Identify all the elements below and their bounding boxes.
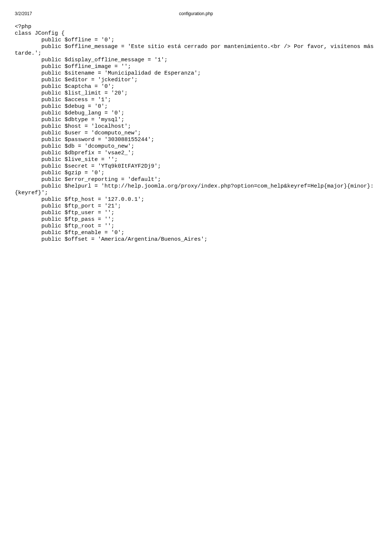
code-block: <?php class JConfig { public $offline = …	[15, 24, 377, 243]
header-title: configuration.php	[179, 11, 213, 16]
document-header: 3/2/2017 configuration.php	[15, 11, 377, 16]
document-page: 3/2/2017 configuration.php <?php class J…	[0, 0, 392, 556]
header-date: 3/2/2017	[15, 11, 32, 16]
